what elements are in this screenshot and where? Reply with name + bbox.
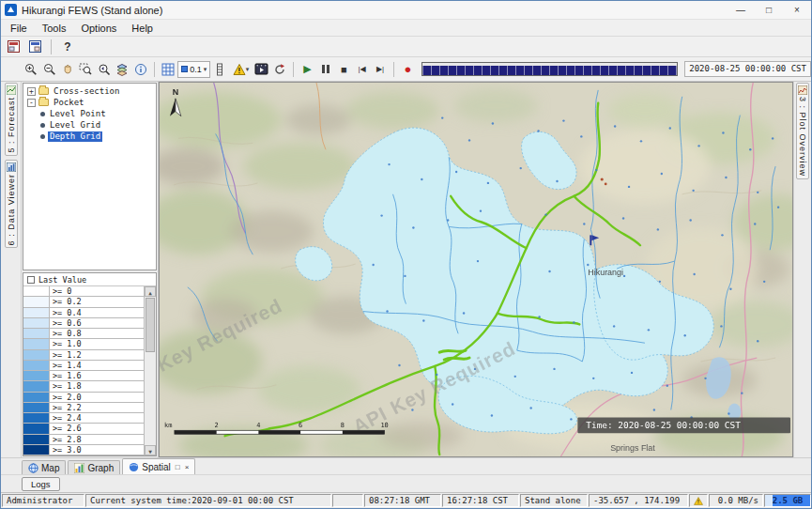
animation-movie-icon[interactable] — [253, 60, 269, 79]
status-system-time: Current system time:2020-09-01 00:00 CST — [85, 494, 331, 507]
zoom-in-icon[interactable] — [23, 60, 39, 79]
status-memory-usage: 2.5 GB — [764, 494, 811, 507]
tree-node-level-grid[interactable]: Level Grid — [23, 119, 156, 131]
current-datetime-field[interactable]: 2020-08-25 00:00:00 CST — [684, 61, 811, 77]
pan-hand-icon[interactable] — [59, 60, 76, 79]
grid-color-icon — [181, 66, 188, 72]
legend-swatch — [23, 445, 50, 455]
tree-node-depth-grid[interactable]: Depth Grid — [23, 131, 156, 142]
scroll-up-icon[interactable]: ▲ — [145, 286, 156, 297]
menu-tools[interactable]: Tools — [35, 22, 74, 35]
legend-swatch — [23, 318, 50, 328]
menu-help[interactable]: Help — [124, 22, 161, 35]
tree-node-pocket[interactable]: - Pocket — [23, 97, 156, 108]
tab-spatial[interactable]: Spatial □ × — [122, 458, 195, 474]
close-button[interactable]: × — [783, 1, 811, 19]
zoom-rectangle-icon[interactable] — [77, 60, 94, 79]
tree-node-label: Level Grid — [48, 120, 102, 131]
grid-classbreak-select[interactable]: 0.1 ▾ — [177, 61, 210, 78]
sidebar-tab-plot-overview[interactable]: 3 : Plot Overview — [796, 83, 809, 179]
step-back-button[interactable]: |◀ — [353, 60, 370, 79]
record-button[interactable]: ● — [399, 60, 416, 79]
folder-icon — [38, 87, 49, 95]
last-value-checkbox[interactable] — [27, 276, 35, 284]
scroll-down-icon[interactable]: ▼ — [145, 445, 156, 455]
warning-threshold-icon[interactable]: ▾ — [230, 60, 253, 79]
map-canvas: API Key Required API Key Required Hikura… — [160, 83, 792, 456]
svg-text:km: km — [164, 422, 172, 429]
capture-export-icon[interactable] — [271, 60, 288, 79]
status-warning-icon[interactable] — [689, 494, 708, 507]
panel-restore-icon[interactable]: □ — [176, 463, 180, 471]
tab-graph[interactable]: Graph — [68, 460, 120, 474]
panel-close-icon[interactable]: × — [185, 463, 190, 471]
legend-entry: >= 0.2 — [23, 297, 144, 307]
legend-entry: >= 0 — [23, 286, 144, 297]
svg-text:8: 8 — [341, 422, 345, 429]
help-icon[interactable]: ? — [58, 38, 77, 56]
tab-spatial-label: Spatial — [142, 462, 171, 472]
legend-swatch — [23, 286, 50, 296]
globe-icon — [28, 463, 38, 473]
place-label-springs-flat: Springs Flat — [610, 443, 655, 453]
legend-entry: >= 1.0 — [23, 339, 144, 349]
pause-button[interactable] — [317, 60, 334, 79]
legend-swatch — [23, 297, 50, 306]
status-spacer — [332, 494, 363, 507]
chart-icon — [74, 463, 84, 473]
scrollbar-thumb[interactable] — [146, 298, 155, 352]
grid-display-icon[interactable] — [160, 60, 176, 79]
legend-scrollbar[interactable]: ▲ ▼ — [145, 286, 156, 455]
folder-icon — [38, 99, 49, 106]
map-viewport[interactable]: API Key Required API Key Required Hikura… — [159, 82, 793, 457]
legend-entry: >= 0.6 — [23, 318, 144, 329]
filter-tree: + Cross-section - Pocket Level Point Lev… — [23, 83, 157, 270]
zoom-previous-icon[interactable] — [96, 60, 113, 79]
legend-entry: >= 2.2 — [23, 403, 144, 413]
plot-overview-tab-label: 3 : Plot Overview — [798, 97, 807, 177]
export-config-icon[interactable] — [25, 38, 44, 56]
plot-overview-tab-icon — [798, 85, 807, 95]
sphere-icon — [129, 462, 139, 472]
tab-map[interactable]: Map — [22, 460, 66, 474]
legend-swatch — [23, 435, 50, 444]
info-icon[interactable] — [131, 60, 148, 79]
legend-entry: >= 0.8 — [23, 329, 144, 339]
tree-node-cross-section[interactable]: + Cross-section — [23, 85, 156, 97]
ruler-scale-icon[interactable] — [211, 60, 228, 79]
app-logo-icon — [5, 4, 17, 16]
tree-node-level-point[interactable]: Level Point — [23, 108, 156, 119]
bottom-tab-bar: Map Graph Spatial □ × — [1, 457, 811, 474]
legend-panel: Last Value >= 0 >= 0.2 >= 0.4 >= 0.6 >= … — [23, 272, 157, 456]
tree-node-label: Level Point — [48, 109, 108, 119]
legend-swatch — [23, 371, 50, 380]
svg-text:2: 2 — [215, 422, 219, 429]
map-time-badge: Time: 2020-08-25 00:00:00 CST — [577, 417, 790, 433]
collapse-icon[interactable]: - — [27, 99, 36, 107]
timeline-slider[interactable] — [421, 62, 679, 76]
stop-button[interactable]: ■ — [335, 60, 352, 79]
legend-entry: >= 1.2 — [23, 350, 144, 361]
leaf-bullet-icon — [40, 123, 45, 128]
legend-entry: >= 2.0 — [23, 393, 144, 403]
expand-icon[interactable]: + — [27, 87, 36, 96]
legend-swatch — [23, 393, 50, 402]
sidebar-tab-data-viewer[interactable]: 6 : Data Viewer — [5, 160, 18, 248]
minimize-button[interactable]: — — [727, 1, 755, 19]
legend-entry: >= 3.0 — [23, 445, 144, 455]
menu-options[interactable]: Options — [73, 22, 124, 35]
title-bar[interactable]: Hikurangi FEWS (Stand alone) — □ × — [1, 1, 811, 20]
play-button[interactable]: ▶ — [299, 60, 315, 79]
step-forward-button[interactable]: ▶| — [372, 60, 389, 79]
tree-node-label: Cross-section — [52, 86, 121, 97]
logs-button[interactable]: Logs — [22, 477, 60, 491]
sidebar-tab-forecast[interactable]: 5 : Forecast — [5, 83, 18, 156]
import-config-icon[interactable] — [4, 38, 23, 56]
legend-swatch — [23, 381, 50, 391]
layers-icon[interactable] — [114, 60, 130, 79]
legend-entry: >= 2.6 — [23, 424, 144, 434]
legend-entry: >= 1.6 — [23, 371, 144, 381]
menu-file[interactable]: File — [3, 22, 35, 35]
maximize-button[interactable]: □ — [755, 1, 783, 19]
zoom-out-icon[interactable] — [40, 60, 57, 79]
